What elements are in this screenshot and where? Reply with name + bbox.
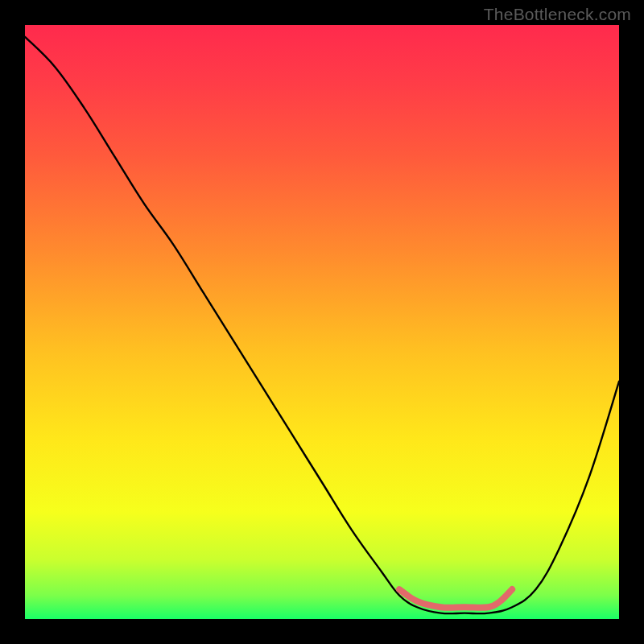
gradient-background <box>25 25 619 619</box>
chart-container: TheBottleneck.com <box>0 0 644 644</box>
chart-svg <box>25 25 619 619</box>
optimal-band-highlight <box>399 589 512 608</box>
watermark-label: TheBottleneck.com <box>484 5 631 24</box>
plot-area <box>25 25 619 619</box>
bottleneck-curve-line <box>25 37 619 613</box>
